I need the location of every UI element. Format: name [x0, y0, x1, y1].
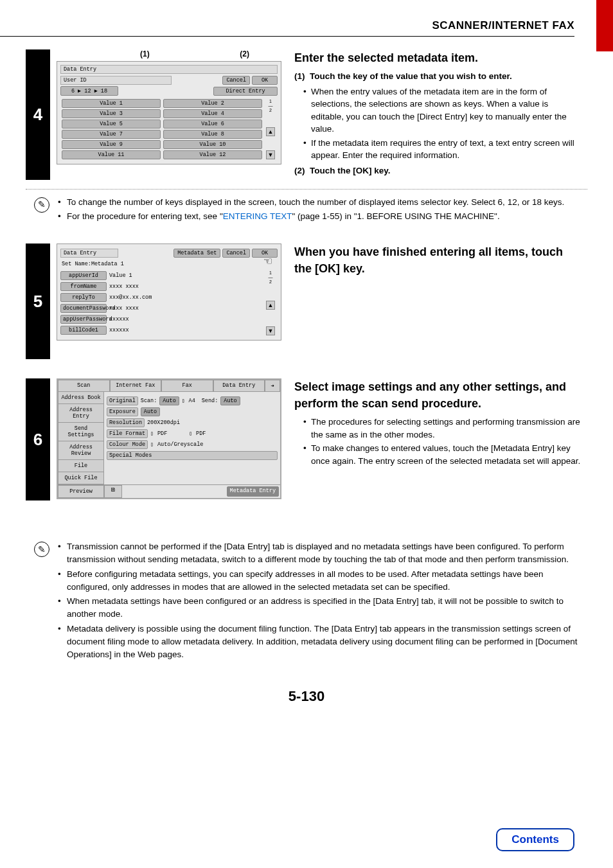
contents-button[interactable]: Contents	[496, 828, 574, 851]
data-entry-panel: Data Entry User ID Cancel OK 6 ▶ 12 ▶ 18…	[57, 61, 281, 164]
accent-bar	[596, 0, 613, 51]
scan-mode-panel: Scan Internet Fax Fax Data Entry ➜ Addre…	[57, 378, 281, 499]
preview-icon-button[interactable]: 🗎	[104, 485, 122, 498]
panel-title: Data Entry	[60, 249, 118, 258]
tab-fax[interactable]: Fax	[161, 380, 213, 392]
step-number: 4	[26, 49, 50, 180]
note-bullet: When metadata settings have been configu…	[58, 595, 587, 621]
step-6: 6 Scan Internet Fax Fax Data Entry ➜ Add…	[26, 378, 587, 500]
step4-bullet: When the entry values of the metadata it…	[303, 85, 581, 136]
callout-2: (2)	[240, 49, 249, 58]
step4-text: Enter the selected metadata item. (1) To…	[288, 49, 587, 180]
metadata-item-value: Value 1	[107, 272, 132, 279]
step4-screenshot: (1) (2) Data Entry User ID Cancel OK 6 ▶…	[50, 49, 288, 180]
metadata-item-value: xxxx xxxx	[107, 305, 139, 312]
side-button[interactable]: File	[58, 460, 104, 472]
metadata-item-value: xxxxxx	[107, 327, 129, 333]
metadata-item-key[interactable]: billCode1	[60, 326, 107, 335]
scroll-down-button[interactable]: ▼	[266, 150, 275, 159]
step-number: 6	[26, 378, 50, 500]
step6-screenshot: Scan Internet Fax Fax Data Entry ➜ Addre…	[50, 378, 288, 500]
header-rule	[0, 36, 574, 37]
divider	[26, 189, 587, 190]
step-4: 4 (1) (2) Data Entry User ID Cancel OK 6…	[26, 49, 587, 180]
exposure-button[interactable]: Exposure	[107, 407, 138, 416]
page-icon	[182, 398, 186, 404]
page-icon	[189, 430, 193, 437]
display-count-selector[interactable]: 6 ▶ 12 ▶ 18	[60, 86, 118, 96]
value-key[interactable]: Value 3	[62, 109, 161, 118]
value-key[interactable]: Value 12	[163, 150, 262, 159]
value-key[interactable]: Value 10	[163, 140, 262, 149]
value-key[interactable]: Value 1	[62, 99, 161, 108]
metadata-item-key[interactable]: documentPassword	[60, 304, 107, 313]
send-auto-pill: Auto	[220, 396, 240, 405]
page-footer: 5-130	[0, 688, 613, 705]
value-key[interactable]: Value 2	[163, 99, 262, 108]
set-name-label: Set Name:Metadata 1	[60, 259, 278, 269]
scroll-area: 1—2 ▲ ▼	[263, 269, 278, 337]
entering-text-link[interactable]: ENTERING TEXT	[223, 211, 292, 221]
step6-heading: Select image settings and any other sett…	[294, 378, 581, 412]
value-key[interactable]: Value 4	[163, 109, 262, 118]
metadata-set-button[interactable]: Metadata Set	[173, 249, 220, 258]
side-button[interactable]: Address Book	[58, 392, 104, 404]
metadata-item-value: xxxx xxxx	[107, 283, 139, 290]
note-bullet: For the procedure for entering text, see…	[58, 210, 587, 223]
tab-data-entry[interactable]: Data Entry	[213, 380, 265, 392]
scroll-up-button[interactable]: ▲	[266, 301, 275, 310]
note-bullet: Transmission cannot be performed if the …	[58, 540, 587, 567]
value-key[interactable]: Value 5	[62, 120, 161, 128]
callout-1: (1)	[140, 49, 150, 58]
metadata-item-key[interactable]: fromName	[60, 282, 107, 291]
file-format-button[interactable]: File Format	[107, 429, 148, 438]
side-button[interactable]: Address Review	[58, 441, 104, 460]
bottom-notes: ✎ Transmission cannot be performed if th…	[26, 539, 587, 662]
value-key[interactable]: Value 9	[62, 140, 161, 149]
tab-scan[interactable]: Scan	[58, 380, 110, 392]
tab-more-icon[interactable]: ➜	[265, 380, 280, 392]
user-id-label: User ID	[60, 76, 172, 85]
original-button[interactable]: Original	[107, 396, 138, 405]
note-bullet: Before configuring metadata settings, yo…	[58, 568, 587, 594]
value-key[interactable]: Value 11	[62, 150, 161, 159]
step4-bullet: If the metadata item requires the entry …	[303, 137, 581, 162]
scroll-down-button[interactable]: ▼	[266, 326, 275, 335]
cancel-button[interactable]: Cancel	[222, 249, 250, 258]
value-key[interactable]: Value 6	[163, 120, 262, 128]
step6-bullet: To make changes to entered values, touch…	[303, 442, 581, 467]
direct-entry-button[interactable]: Direct Entry	[213, 87, 278, 96]
scroll-up-button[interactable]: ▲	[266, 127, 275, 136]
page-number: 5-130	[0, 688, 613, 705]
side-button[interactable]: Send Settings	[58, 423, 104, 441]
side-button[interactable]: Address Entry	[58, 404, 104, 423]
note-icon: ✎	[34, 542, 49, 557]
metadata-item-key[interactable]: appUserId	[60, 271, 107, 280]
header-title: SCANNER/INTERNET FAX	[0, 19, 574, 32]
page-icon	[150, 441, 155, 448]
scroll-area: 1—2 ▲ ▼	[263, 98, 278, 161]
metadata-item-key[interactable]: appUserPassword	[60, 315, 107, 324]
metadata-item-value: xxx@xx.xx.com	[107, 294, 152, 301]
cancel-button[interactable]: Cancel	[222, 76, 250, 85]
step5-text: When you have finished entering all item…	[288, 244, 587, 359]
panel-title: Data Entry	[60, 65, 278, 74]
note-bullet: Metadata delivery is possible using the …	[58, 623, 587, 662]
resolution-button[interactable]: Resolution	[107, 418, 145, 427]
page-header: SCANNER/INTERNET FAX	[0, 0, 613, 37]
special-modes-button[interactable]: Special Modes	[107, 451, 278, 460]
note-bullet: To change the number of keys displayed i…	[58, 196, 587, 209]
step5-screenshot: Data Entry Metadata Set Cancel OK ☜ Set …	[50, 244, 288, 359]
value-key[interactable]: Value 7	[62, 130, 161, 139]
preview-button[interactable]: Preview	[58, 485, 104, 498]
metadata-entry-button[interactable]: Metadata Entry	[227, 486, 279, 497]
step-5: 5 Data Entry Metadata Set Cancel OK ☜ Se…	[26, 244, 587, 359]
colour-mode-button[interactable]: Colour Mode	[107, 440, 148, 449]
note-icon: ✎	[34, 197, 49, 213]
ok-button[interactable]: OK	[252, 76, 278, 85]
tab-internet-fax[interactable]: Internet Fax	[110, 380, 162, 392]
metadata-item-value: xxxxxx	[107, 316, 129, 323]
side-button[interactable]: Quick File	[58, 472, 104, 484]
value-key[interactable]: Value 8	[163, 130, 262, 139]
metadata-item-key[interactable]: replyTo	[60, 293, 107, 302]
